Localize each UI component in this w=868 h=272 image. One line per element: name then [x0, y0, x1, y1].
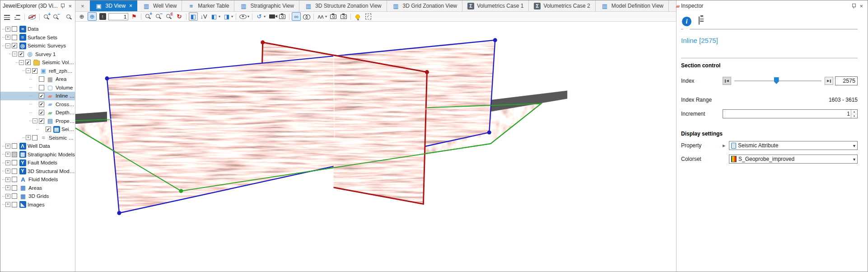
expand-icon[interactable]: + [5, 169, 10, 174]
checkbox[interactable]: ✓ [39, 102, 44, 107]
crossline-handle-2[interactable] [493, 38, 497, 42]
properties-tab[interactable] [699, 17, 700, 26]
section-step-icon[interactable]: ↑ [98, 12, 107, 21]
tree-item-inline-25[interactable]: ✓▰Inline [25... [0, 92, 75, 100]
expand-icon[interactable]: + [5, 27, 10, 32]
zoom-extents-icon[interactable]: c [164, 12, 173, 21]
expand-icon[interactable]: + [5, 194, 10, 199]
tab-3d-view[interactable]: ▣3D View× [90, 0, 137, 11]
pan-tool-icon[interactable]: ⊕ [77, 12, 86, 21]
checkbox[interactable] [12, 143, 17, 149]
tree-item-stratigraphic-models[interactable]: +▥Stratigraphic Models [0, 150, 75, 159]
close-panel-icon[interactable]: × [67, 3, 73, 9]
tree-item-data[interactable]: +≈Data [0, 25, 75, 33]
tree-item-properties[interactable]: −✓▤Properties [0, 117, 75, 126]
checkbox[interactable] [12, 160, 17, 165]
index-slider-thumb[interactable] [774, 77, 779, 84]
view-cube-icon[interactable]: ◧ [189, 12, 198, 21]
tree-item-seismi[interactable]: ✓▤Seismi... [0, 125, 75, 134]
visibility-icon[interactable]: ▾ [238, 12, 250, 21]
expand-icon[interactable]: + [5, 152, 10, 157]
tab-marker-table[interactable]: ≡Marker Table [182, 0, 234, 11]
property-select[interactable]: Seismic Attribute ▾ [729, 141, 858, 150]
hide-visibility-icon[interactable] [28, 13, 36, 21]
checkbox[interactable]: ✓ [39, 110, 44, 115]
checkbox[interactable] [12, 35, 17, 40]
tree-item-seismic-volumes-1[interactable]: −✓Seismic Volumes 1 [0, 58, 75, 67]
checkbox[interactable] [39, 76, 44, 82]
tree-item-volume[interactable]: ▢Volume [0, 84, 75, 92]
checkbox[interactable] [12, 202, 17, 207]
collapse-icon[interactable]: − [12, 52, 17, 56]
tree-item-seismic-inter[interactable]: +≈Seismic Inter... [0, 134, 75, 142]
index-first-button[interactable]: ◀ [723, 77, 731, 85]
tree-item-well-data[interactable]: +ΛWell Data [0, 142, 75, 150]
tab-volumetrics-case-2[interactable]: ΣVolumetrics Case 2 [529, 0, 595, 11]
expand-icon[interactable]: + [5, 177, 10, 182]
collapse-icon[interactable]: − [33, 118, 37, 123]
tree-item-depthslic[interactable]: ✓▰Depthslic... [0, 108, 75, 117]
expand-icon[interactable]: + [5, 35, 10, 40]
tree-item-3d-structural-models[interactable]: +Y3D Structural Models [0, 167, 75, 176]
tree-item-fluid-models[interactable]: +AFluid Models [0, 175, 75, 184]
tab-3d-grid-zonation-view[interactable]: ▥3D Grid Zonation View [387, 0, 463, 11]
tree-item-areas[interactable]: +▦Areas [0, 184, 75, 192]
checkbox[interactable]: ✓ [46, 127, 51, 132]
tab-stratigraphic-view[interactable]: ▥Stratigraphic View [234, 0, 299, 11]
light-icon[interactable] [353, 12, 362, 21]
checkbox[interactable] [12, 26, 17, 32]
index-input[interactable]: 2575 [835, 76, 858, 85]
crossline-handle-3[interactable] [487, 131, 491, 135]
checkbox[interactable] [39, 85, 44, 90]
tree-item-fault-models[interactable]: +YFault Models [0, 159, 75, 167]
vertical-exaggeration-icon[interactable]: ↓V [199, 12, 208, 21]
checkbox[interactable] [12, 152, 17, 157]
colorset-select[interactable]: S_Geoprobe_improved ▾ [729, 155, 858, 164]
select-sections-icon[interactable]: ⊕ [88, 12, 97, 21]
wiggle-display-icon[interactable]: ʌʌ▾ [316, 12, 327, 21]
close-tab-icon[interactable]: × [129, 3, 132, 9]
export-scene-icon[interactable]: ◨▾ [222, 12, 233, 21]
expand-icon[interactable]: + [5, 202, 10, 207]
tree-item-survey-1[interactable]: −✓◎Survey 1 [0, 50, 75, 59]
spin-down-icon[interactable]: ▼ [851, 114, 857, 118]
tree-item-seismic-surveys[interactable]: −✓◎Seismic Surveys [0, 42, 75, 50]
search-icon[interactable] [65, 14, 73, 21]
checkbox[interactable]: ✓ [12, 43, 17, 48]
select-region-icon[interactable]: ✓ [364, 12, 373, 21]
close-panel-icon[interactable]: × [859, 3, 864, 9]
pin-icon[interactable] [852, 4, 856, 9]
collapse-rows-icon[interactable] [13, 13, 21, 21]
inline-handle-1[interactable] [261, 40, 265, 44]
collapse-icon[interactable]: − [5, 43, 10, 48]
spin-view-icon[interactable]: ↺▾ [255, 12, 266, 21]
copy-image-icon[interactable] [339, 12, 348, 21]
tree-item-images[interactable]: +◣Images [0, 201, 75, 209]
checkbox[interactable] [12, 169, 17, 174]
increment-input[interactable]: 1 ▲▼ [723, 109, 858, 118]
expand-icon[interactable]: + [26, 135, 31, 140]
tree-item-3d-grids[interactable]: +▦3D Grids [0, 192, 75, 201]
snapshot-icon[interactable] [329, 12, 338, 21]
expand-rows-icon[interactable] [3, 13, 11, 21]
tab-well-view[interactable]: ▥Well View [137, 0, 182, 11]
tabstrip-close-icon[interactable]: × [75, 3, 90, 9]
tree-item-refl-zph-dec-d[interactable]: −✓▣refl_zph_dec_D [0, 67, 75, 75]
pin-icon[interactable] [61, 4, 65, 9]
crossline-handle-1[interactable] [105, 76, 109, 80]
checkbox[interactable] [12, 193, 17, 199]
checkbox[interactable] [12, 177, 17, 182]
expand-icon[interactable]: + [5, 160, 10, 165]
checkbox[interactable]: ✓ [19, 52, 24, 57]
section-step-input[interactable]: 1 [108, 13, 128, 20]
depthslice-handle-1[interactable] [179, 189, 183, 193]
property-expander-icon[interactable]: ▶ [723, 144, 729, 148]
3d-viewport[interactable] [75, 22, 676, 272]
collapse-icon[interactable]: − [26, 68, 31, 73]
checkbox[interactable]: ✓ [39, 118, 44, 124]
info-tab[interactable]: i [682, 17, 691, 26]
tab-3d-structure-zonation-view[interactable]: ▥3D Structure Zonation View [299, 0, 387, 11]
rotate-view-icon[interactable]: ↻ [175, 12, 184, 21]
tree-item-area[interactable]: ▦Area [0, 75, 75, 84]
binoculars-icon[interactable] [302, 12, 311, 21]
